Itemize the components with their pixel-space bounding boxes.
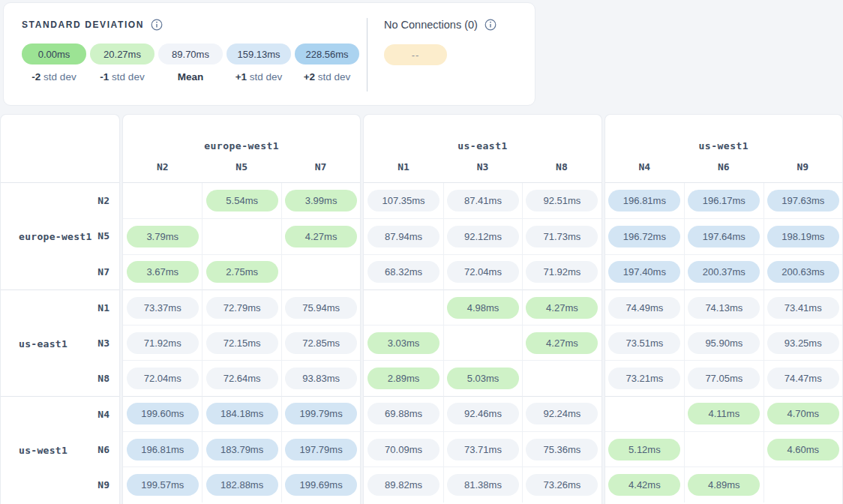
latency-pill[interactable]: 4.98ms (447, 297, 519, 319)
latency-cell: 71.92ms (522, 254, 601, 290)
latency-pill[interactable]: 198.19ms (767, 226, 839, 248)
latency-pill[interactable]: 73.71ms (447, 439, 519, 460)
latency-pill[interactable]: 71.92ms (526, 261, 598, 283)
latency-pill[interactable]: 92.51ms (526, 190, 598, 212)
latency-pill[interactable]: 199.69ms (285, 474, 357, 496)
latency-pill[interactable]: 68.32ms (368, 261, 440, 283)
latency-pill[interactable]: 196.81ms (608, 190, 680, 212)
latency-cell: 184.18ms (202, 396, 280, 431)
latency-cell: 74.47ms (764, 360, 842, 395)
latency-pill[interactable]: 73.21ms (608, 368, 680, 389)
latency-cell: 72.64ms (202, 360, 280, 395)
latency-pill[interactable]: 4.11ms (688, 403, 760, 424)
latency-pill[interactable]: 182.88ms (206, 474, 278, 496)
latency-cell: 75.36ms (522, 431, 601, 466)
latency-pill[interactable]: 74.49ms (608, 297, 680, 319)
latency-cell: 87.41ms (443, 183, 522, 218)
latency-pill[interactable]: 72.15ms (206, 332, 278, 354)
region-column-group: us-west1N4N6N9196.81ms196.17ms197.63ms19… (604, 114, 843, 504)
latency-pill[interactable]: 92.46ms (447, 403, 519, 424)
latency-pill[interactable]: 74.47ms (767, 368, 839, 389)
latency-pill[interactable]: 196.72ms (608, 226, 680, 248)
latency-cell (764, 466, 842, 502)
latency-pill[interactable]: 81.38ms (447, 474, 519, 496)
latency-pill[interactable]: 77.05ms (688, 368, 760, 389)
latency-pill[interactable]: 199.79ms (285, 403, 357, 424)
latency-pill[interactable]: 4.70ms (767, 403, 839, 424)
latency-pill[interactable]: 93.25ms (767, 332, 839, 354)
latency-pill[interactable]: 5.54ms (206, 190, 278, 212)
std-dev-tick-label: -2 std dev (22, 71, 86, 82)
latency-pill[interactable]: 72.85ms (285, 332, 357, 354)
latency-cell: 93.25ms (764, 325, 842, 360)
latency-pill[interactable]: 196.81ms (127, 439, 199, 460)
latency-pill[interactable]: 2.89ms (368, 368, 440, 389)
latency-cell: 5.12ms (605, 431, 684, 466)
latency-cell: 74.49ms (605, 290, 684, 325)
latency-pill[interactable]: 92.12ms (447, 226, 519, 248)
latency-pill[interactable]: 3.79ms (127, 226, 199, 248)
latency-pill[interactable]: 73.51ms (608, 332, 680, 354)
latency-pill[interactable]: 75.94ms (285, 297, 357, 319)
latency-pill[interactable]: 73.37ms (127, 297, 199, 319)
info-icon[interactable] (151, 19, 163, 31)
std-dev-pill: 228.56ms (295, 44, 359, 64)
latency-cell: 5.54ms (202, 183, 280, 218)
latency-pill[interactable]: 72.64ms (206, 368, 278, 389)
latency-pill[interactable]: 197.63ms (767, 190, 839, 212)
latency-cell: 4.98ms (443, 290, 522, 325)
info-icon[interactable] (484, 19, 496, 31)
std-dev-pill-row: 0.00ms20.27ms89.70ms159.13ms228.56ms (22, 44, 367, 64)
latency-pill[interactable]: 92.24ms (526, 403, 598, 424)
latency-pill[interactable]: 197.79ms (285, 439, 357, 460)
latency-pill[interactable]: 4.27ms (526, 297, 598, 319)
latency-pill[interactable]: 183.79ms (206, 439, 278, 460)
latency-pill[interactable]: 72.04ms (127, 368, 199, 389)
latency-pill[interactable]: 199.60ms (127, 403, 199, 424)
latency-pill[interactable]: 71.92ms (127, 332, 199, 354)
latency-pill[interactable]: 197.64ms (688, 226, 760, 248)
latency-pill[interactable]: 2.75ms (206, 261, 278, 283)
latency-cell: 77.05ms (684, 360, 763, 395)
latency-pill[interactable]: 3.03ms (368, 332, 440, 354)
latency-pill[interactable]: 95.90ms (688, 332, 760, 354)
latency-cell: 4.27ms (522, 325, 601, 360)
latency-pill[interactable]: 5.03ms (447, 368, 519, 389)
latency-pill[interactable]: 4.89ms (688, 474, 760, 496)
latency-cell: 4.11ms (684, 396, 763, 431)
latency-pill[interactable]: 87.41ms (447, 190, 519, 212)
latency-pill[interactable]: 3.67ms (127, 261, 199, 283)
latency-pill[interactable]: 72.04ms (447, 261, 519, 283)
latency-pill[interactable]: 4.42ms (608, 474, 680, 496)
latency-pill[interactable]: 70.09ms (368, 439, 440, 460)
latency-pill[interactable]: 72.79ms (206, 297, 278, 319)
latency-pill[interactable]: 3.99ms (285, 190, 357, 212)
latency-pill[interactable]: 71.73ms (526, 226, 598, 248)
latency-pill[interactable]: 196.17ms (688, 190, 760, 212)
latency-pill[interactable]: 200.63ms (767, 261, 839, 283)
latency-pill[interactable]: 75.36ms (526, 439, 598, 460)
row-node-label: N7 (1, 254, 119, 290)
latency-pill[interactable]: 197.40ms (608, 261, 680, 283)
latency-pill[interactable]: 89.82ms (368, 474, 440, 496)
latency-pill[interactable]: 200.37ms (688, 261, 760, 283)
latency-pill[interactable]: 4.60ms (767, 439, 839, 460)
latency-cell: 74.13ms (684, 290, 763, 325)
latency-pill[interactable]: 93.83ms (285, 368, 357, 389)
latency-pill[interactable]: 87.94ms (368, 226, 440, 248)
row-group-labels: us-east1N1N3N8 (1, 290, 119, 396)
latency-pill[interactable]: 4.27ms (526, 332, 598, 354)
latency-cell: 183.79ms (202, 431, 280, 466)
latency-pill[interactable]: 74.13ms (688, 297, 760, 319)
latency-pill[interactable]: 184.18ms (206, 403, 278, 424)
latency-pill[interactable]: 69.88ms (368, 403, 440, 424)
latency-pill[interactable]: 73.26ms (526, 474, 598, 496)
std-dev-tick-label: -1 std dev (90, 71, 154, 82)
column-region-label: us-west1 (605, 140, 842, 152)
latency-pill[interactable]: 199.57ms (127, 474, 199, 496)
latency-cell: 107.35ms (364, 183, 442, 218)
latency-pill[interactable]: 107.35ms (368, 190, 440, 212)
latency-pill[interactable]: 5.12ms (608, 439, 680, 460)
latency-pill[interactable]: 73.41ms (767, 297, 839, 319)
latency-pill[interactable]: 4.27ms (285, 226, 357, 248)
